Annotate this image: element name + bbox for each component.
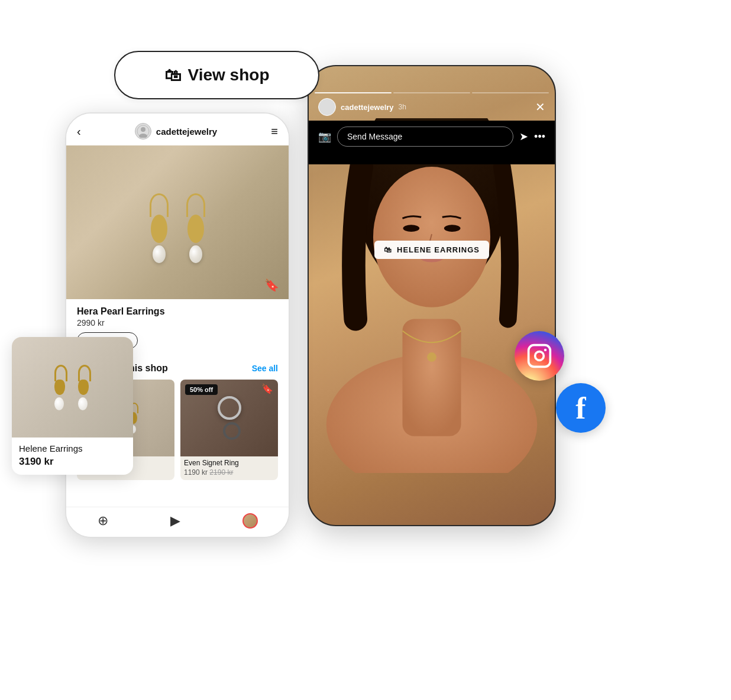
thumb-bookmark-icon[interactable]: 🔖 — [261, 383, 273, 394]
shop-name: cadettejewelry — [156, 127, 217, 137]
story-background: cadettejewelry 3h ✕ — [309, 66, 555, 525]
story-user-row: cadettejewelry 3h — [318, 98, 406, 116]
fe-pearl-1 — [54, 397, 64, 410]
story-close-icon[interactable]: ✕ — [535, 100, 545, 114]
bag-icon: 🛍 — [164, 66, 181, 85]
more-options-icon[interactable]: ••• — [534, 131, 545, 143]
view-shop-label: View shop — [188, 66, 270, 85]
svg-point-8 — [444, 225, 461, 232]
svg-point-1 — [141, 127, 145, 132]
right-phone: cadettejewelry 3h ✕ — [308, 65, 556, 526]
scene: 🛍 View shop ‹ cadettejewelry — [0, 0, 731, 700]
floating-card-price: 3190 kr — [19, 456, 126, 468]
discount-badge: 50% off — [185, 384, 218, 395]
facebook-icon[interactable]: f — [556, 383, 606, 433]
earring-hook — [150, 193, 169, 217]
reels-icon[interactable]: ▶ — [170, 513, 180, 529]
product-price: 2990 kr — [77, 318, 278, 328]
svg-point-10 — [427, 352, 436, 362]
svg-point-12 — [535, 352, 544, 361]
ring-illustration-2 — [223, 422, 241, 440]
menu-icon[interactable]: ≡ — [271, 125, 278, 138]
model-illustration — [309, 118, 555, 473]
earring-hook-2 — [186, 193, 205, 217]
earring-pearl — [153, 245, 166, 263]
fe-hook-2 — [78, 365, 91, 381]
shop-name-row: cadettejewelry — [135, 123, 217, 140]
story-username: cadettejewelry — [341, 103, 394, 112]
product-title: Hera Pearl Earrings — [77, 306, 278, 317]
featured-product-image: 🔖 — [66, 145, 289, 299]
hand-rings-illustration — [218, 396, 241, 440]
product-thumb-price-2: 1190 kr 2190 kr — [180, 467, 278, 480]
product-thumb-2[interactable]: 50% off 🔖 Even Signet Ring 1190 kr 2190 … — [180, 380, 278, 480]
facebook-f-letter: f — [575, 391, 586, 426]
fe-earring-2 — [78, 365, 91, 410]
earring-illustration — [150, 182, 205, 263]
send-message-placeholder: Send Message — [347, 132, 402, 141]
svg-point-13 — [544, 349, 546, 351]
send-icon[interactable]: ➤ — [519, 130, 528, 143]
bookmark-icon[interactable]: 🔖 — [264, 278, 279, 292]
svg-point-6 — [373, 167, 490, 307]
earring-body — [151, 215, 167, 243]
svg-rect-11 — [529, 345, 551, 367]
product-new-price: 1190 kr — [184, 468, 209, 477]
earring-left — [150, 193, 169, 263]
floating-card-name: Helene Earrings — [19, 443, 126, 453]
view-shop-button[interactable]: 🛍 View shop — [114, 51, 319, 99]
product-tag-bag-icon: 🛍 — [384, 245, 392, 254]
fe-body-2 — [78, 380, 89, 395]
earring-pearl-2 — [189, 245, 202, 263]
fe-pearl-2 — [78, 397, 88, 410]
ring-illustration-1 — [218, 396, 241, 420]
story-product-tag[interactable]: 🛍 HELENE EARRINGS — [374, 241, 489, 259]
fe-body-1 — [54, 380, 65, 395]
camera-icon[interactable]: 📷 — [318, 130, 331, 143]
floating-card-image — [12, 337, 133, 438]
floating-card-info: Helene Earrings 3190 kr — [12, 438, 133, 475]
earring-right — [186, 193, 205, 263]
product-tag-name: HELENE EARRINGS — [397, 245, 480, 254]
product-thumb-name-2: Even Signet Ring — [180, 456, 278, 467]
see-all-link[interactable]: See all — [252, 364, 278, 373]
phone-bottom-nav: ⊕ ▶ — [66, 507, 289, 537]
story-avatar — [318, 98, 336, 116]
product-original-price: 2190 kr — [209, 468, 233, 477]
floating-earring-illustration — [54, 365, 91, 410]
send-message-input[interactable]: Send Message — [337, 127, 513, 147]
back-arrow-icon[interactable]: ‹ — [77, 125, 81, 138]
fe-hook-1 — [54, 365, 67, 381]
shop-avatar — [135, 123, 151, 140]
fe-earring-1 — [54, 365, 67, 410]
add-icon[interactable]: ⊕ — [98, 513, 108, 529]
floating-product-card[interactable]: Helene Earrings 3190 kr — [12, 337, 133, 475]
instagram-icon[interactable] — [515, 331, 564, 381]
phone-header: ‹ cadettejewelry ≡ — [66, 114, 289, 145]
svg-point-7 — [403, 225, 419, 232]
story-bottom: 📷 Send Message ➤ ••• — [309, 121, 555, 164]
story-header: cadettejewelry 3h ✕ — [309, 66, 555, 121]
earring-body-2 — [187, 215, 204, 243]
story-time: 3h — [399, 103, 406, 111]
user-avatar-nav[interactable] — [242, 513, 258, 529]
